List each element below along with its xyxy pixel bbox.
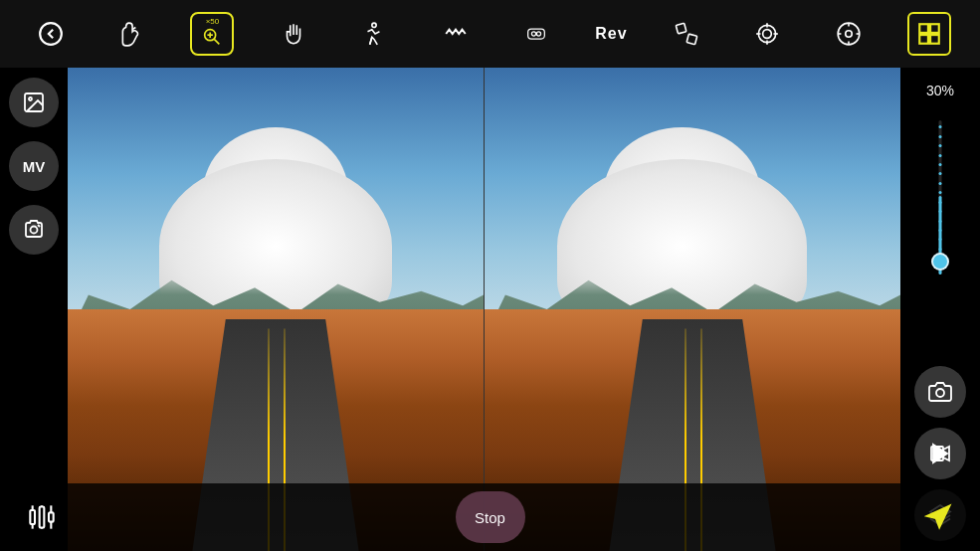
bottom-bar: Stop bbox=[0, 483, 980, 551]
svg-rect-28 bbox=[930, 35, 939, 44]
svg-rect-12 bbox=[686, 34, 697, 45]
svg-point-0 bbox=[40, 23, 62, 45]
svg-rect-25 bbox=[919, 24, 928, 33]
wave-button[interactable] bbox=[434, 12, 478, 56]
hand-button[interactable] bbox=[272, 12, 315, 56]
compass-button[interactable] bbox=[827, 12, 871, 56]
zoom-badge: ×50 bbox=[206, 17, 220, 26]
svg-point-20 bbox=[846, 31, 853, 38]
svg-point-14 bbox=[763, 30, 772, 39]
airplane-button[interactable] bbox=[916, 495, 960, 539]
back-button[interactable] bbox=[29, 12, 73, 56]
rev-label: Rev bbox=[595, 25, 627, 43]
right-sidebar: 30% bbox=[900, 68, 980, 551]
svg-point-6 bbox=[372, 23, 376, 27]
video-panel-right bbox=[484, 68, 900, 551]
flip-button[interactable] bbox=[665, 12, 708, 56]
svg-rect-11 bbox=[676, 23, 686, 34]
svg-point-32 bbox=[936, 389, 944, 397]
svg-point-13 bbox=[759, 25, 776, 42]
zoom-button[interactable]: ×50 bbox=[190, 12, 234, 56]
svg-rect-37 bbox=[30, 510, 35, 524]
image-button[interactable] bbox=[9, 78, 59, 127]
zoom-percentage: 30% bbox=[926, 83, 954, 98]
svg-point-9 bbox=[536, 32, 540, 36]
stop-label: Stop bbox=[475, 509, 505, 526]
svg-rect-27 bbox=[919, 35, 928, 44]
svg-point-30 bbox=[29, 97, 32, 100]
gesture-button[interactable] bbox=[109, 12, 153, 56]
video-area bbox=[68, 68, 900, 551]
photo-capture-button[interactable] bbox=[914, 366, 966, 418]
svg-rect-43 bbox=[49, 512, 54, 521]
walk-button[interactable] bbox=[352, 12, 396, 56]
target-button[interactable] bbox=[745, 12, 789, 56]
left-sidebar: MV bbox=[0, 68, 68, 551]
slider-dots bbox=[938, 122, 943, 273]
video-panel-left bbox=[68, 68, 484, 551]
mv-label: MV bbox=[23, 158, 46, 175]
slider-thumb[interactable] bbox=[931, 253, 949, 271]
top-toolbar: ×50 Rev bbox=[0, 0, 980, 68]
mv-button[interactable]: MV bbox=[9, 141, 59, 191]
video-record-button[interactable] bbox=[914, 428, 966, 479]
vr-button[interactable] bbox=[514, 12, 558, 56]
stop-button[interactable]: Stop bbox=[456, 491, 525, 543]
svg-rect-26 bbox=[930, 24, 939, 33]
svg-rect-40 bbox=[40, 507, 45, 528]
camera-switch-button[interactable] bbox=[9, 205, 59, 255]
adjust-button[interactable] bbox=[20, 495, 64, 539]
grid-button[interactable] bbox=[907, 12, 951, 56]
svg-line-3 bbox=[215, 39, 220, 44]
main-content: MV bbox=[0, 68, 980, 551]
dual-view bbox=[68, 68, 900, 551]
svg-point-31 bbox=[31, 227, 38, 234]
svg-point-8 bbox=[531, 32, 535, 36]
